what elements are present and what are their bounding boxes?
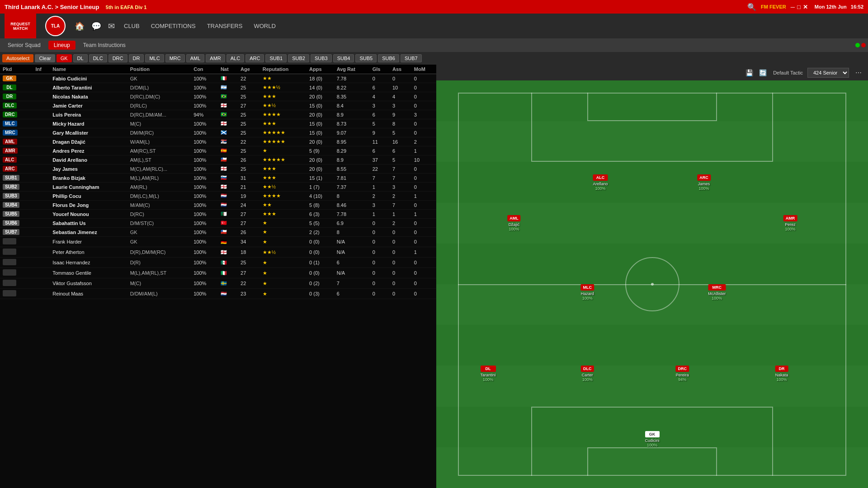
nav-world[interactable]: WORLD — [254, 23, 275, 29]
cell-name[interactable]: Jamie Carter — [50, 101, 127, 110]
col-position: Position — [127, 65, 191, 74]
cell-name[interactable]: Sabahattin Us — [50, 219, 127, 228]
table-row[interactable]: MRC Gary Mcallister DM/M(RC) 100% 🏴󠁧󠁢󠁳󠁣󠁴… — [0, 128, 436, 137]
table-row[interactable]: AML Dragan Džajić W/AM(L) 100% 🇷🇸 22 ★★★… — [0, 137, 436, 146]
player-token-gk[interactable]: GK Cudicini 100% — [645, 431, 659, 447]
table-row[interactable]: DRC Luis Pereira D(RC),DM/AM... 94% 🇧🇷 2… — [0, 110, 436, 119]
more-options-icon[interactable]: ⋯ — [854, 68, 863, 77]
player-token-aml[interactable]: AML Džajić 100% — [507, 215, 521, 231]
cell-name[interactable]: Branko Bizjak — [50, 174, 127, 183]
filter-alc[interactable]: ALC — [226, 54, 244, 62]
filter-aml[interactable]: AML — [186, 54, 205, 62]
tactic-dropdown[interactable]: 424 Senior — [807, 68, 849, 78]
search-icon[interactable]: 🔍 — [747, 3, 756, 11]
filter-dlc[interactable]: DLC — [89, 54, 107, 62]
cell-name[interactable]: David Arellano — [50, 155, 127, 164]
player-token-dlc[interactable]: DLC Carter 100% — [581, 366, 594, 382]
table-row[interactable]: SUB4 Florus De Jong M/AM(C) 100% 🇳🇱 24 ★… — [0, 201, 436, 210]
table-row[interactable]: MLC Micky Hazard M(C) 100% 🏴󠁧󠁢󠁥󠁮󠁧󠁿 25 ★★… — [0, 119, 436, 128]
cell-name[interactable]: Laurie Cunningham — [50, 183, 127, 192]
table-row[interactable]: Isaac Hernandez D(R) 100% 🇲🇽 25 ★ 0 (1) … — [0, 258, 436, 268]
tab-senior-squad[interactable]: Senior Squad — [2, 41, 46, 50]
filter-sub1[interactable]: SUB1 — [265, 54, 287, 62]
cell-name[interactable]: Frank Harder — [50, 237, 127, 247]
filter-mrc[interactable]: MRC — [165, 54, 185, 62]
filter-sub5[interactable]: SUB5 — [355, 54, 377, 62]
table-row[interactable]: DR Nicolas Nakata D(RC),DM(C) 100% 🇧🇷 25… — [0, 92, 436, 101]
filter-drc[interactable]: DRC — [108, 54, 127, 62]
autoselect-button[interactable]: Autoselect — [2, 54, 33, 62]
filter-sub7[interactable]: SUB7 — [401, 54, 422, 62]
table-row[interactable]: Tommaso Gentile M(L),AM(RL),ST 100% 🇮🇹 2… — [0, 268, 436, 278]
table-row[interactable]: DL Alberto Tarantini D/DM(L) 100% 🇦🇷 25 … — [0, 83, 436, 92]
cell-name[interactable]: Luis Pereira — [50, 110, 127, 119]
table-row[interactable]: DLC Jamie Carter D(RLC) 100% 🏴󠁧󠁢󠁥󠁮󠁧󠁿 27 … — [0, 101, 436, 110]
table-row[interactable]: SUB6 Sabahattin Us D/M/ST(C) 100% 🇹🇷 27 … — [0, 219, 436, 228]
cell-name[interactable]: Viktor Gustafsson — [50, 278, 127, 289]
filter-sub6[interactable]: SUB6 — [378, 54, 399, 62]
filter-sub4[interactable]: SUB4 — [333, 54, 354, 62]
cell-name[interactable]: Tommaso Gentile — [50, 268, 127, 278]
home-icon[interactable]: 🏠 — [75, 21, 85, 31]
cell-name[interactable]: Florus De Jong — [50, 201, 127, 210]
filter-sub2[interactable]: SUB2 — [288, 54, 309, 62]
cell-name[interactable]: Peter Atherton — [50, 247, 127, 258]
table-row[interactable]: ALC David Arellano AM(L),ST 100% 🇨🇱 26 ★… — [0, 155, 436, 164]
player-token-drc[interactable]: DRC Pereira 94% — [676, 366, 689, 382]
clear-button[interactable]: Clear — [35, 54, 55, 62]
cell-name[interactable]: Nicolas Nakata — [50, 92, 127, 101]
player-token-alc[interactable]: ALC Arellano 100% — [593, 174, 608, 191]
table-row[interactable]: Frank Harder GK 100% 🇩🇪 34 ★ 0 (0) N/A 0… — [0, 237, 436, 247]
cell-name[interactable]: Phillip Cocu — [50, 192, 127, 201]
filter-sub3[interactable]: SUB3 — [311, 54, 332, 62]
table-row[interactable]: SUB5 Youcef Nounou D(RC) 100% 🇩🇿 27 ★★★ … — [0, 210, 436, 219]
close-btn[interactable]: ✕ — [803, 4, 808, 10]
table-row[interactable]: AMR Andres Perez AM(RC),ST 100% 🇪🇸 25 ★ … — [0, 146, 436, 155]
cell-name[interactable]: Isaac Hernandez — [50, 258, 127, 268]
mail-icon[interactable]: ✉ — [108, 21, 115, 31]
tab-lineup[interactable]: Lineup — [48, 41, 75, 50]
table-row[interactable]: SUB2 Laurie Cunningham AM(RL) 100% 🏴󠁧󠁢󠁥󠁮… — [0, 183, 436, 192]
table-row[interactable]: Reinout Maas D/DM/AM(L) 100% 🇳🇱 23 ★ 0 (… — [0, 289, 436, 299]
table-row[interactable]: GK Fabio Cudicini GK 100% 🇮🇹 22 ★★ 18 (0… — [0, 74, 436, 83]
cell-name[interactable]: Gary Mcallister — [50, 128, 127, 137]
player-token-mrc[interactable]: MRC McAllister 100% — [708, 284, 726, 300]
player-token-arc[interactable]: ARC James 100% — [697, 174, 711, 191]
cell-name[interactable]: Youcef Nounou — [50, 210, 127, 219]
cell-name[interactable]: Sebastian Jimenez — [50, 228, 127, 237]
filter-amr[interactable]: AMR — [206, 54, 225, 62]
cell-name[interactable]: Reinout Maas — [50, 289, 127, 299]
cell-name[interactable]: Fabio Cudicini — [50, 74, 127, 83]
table-row[interactable]: ARC Jay James M(C),AM(RLC)... 100% 🏴󠁧󠁢󠁥󠁮… — [0, 164, 436, 174]
table-row[interactable]: Peter Atherton D(R),DM/M(RC) 100% 🏴󠁧󠁢󠁥󠁮󠁧… — [0, 247, 436, 258]
filter-gk[interactable]: GK — [57, 54, 72, 62]
minimize-btn[interactable]: ─ — [791, 4, 795, 10]
player-token-amr[interactable]: AMR Perez 100% — [783, 215, 797, 231]
player-token-mlc[interactable]: MLC Hazard 100% — [581, 284, 594, 300]
filter-dr[interactable]: DR — [129, 54, 144, 62]
filter-dl[interactable]: DL — [73, 54, 88, 62]
table-row[interactable]: Viktor Gustafsson M(C) 100% 🇸🇪 22 ★ 0 (2… — [0, 278, 436, 289]
nav-transfers[interactable]: TRANSFERS — [207, 23, 243, 29]
table-row[interactable]: SUB7 Sebastian Jimenez GK 100% 🇨🇱 26 ★ 2… — [0, 228, 436, 237]
nav-competitions[interactable]: COMPETITIONS — [151, 23, 196, 29]
nav-club[interactable]: CLUB — [124, 23, 140, 29]
cell-name[interactable]: Micky Hazard — [50, 119, 127, 128]
request-match-button[interactable]: REQUEST MATCH — [5, 14, 36, 38]
cell-name[interactable]: Jay James — [50, 164, 127, 174]
chat-icon[interactable]: 💬 — [91, 21, 101, 31]
table-row[interactable]: SUB1 Branko Bizjak M(L),AM(RL) 100% 🇸🇮 3… — [0, 174, 436, 183]
cell-pkd: SUB5 — [0, 210, 33, 219]
player-token-dr[interactable]: DR Nakata 100% — [775, 366, 788, 382]
tab-team-instructions[interactable]: Team Instructions — [78, 41, 131, 50]
table-row[interactable]: SUB3 Phillip Cocu DM(LC),M(L) 100% 🇳🇱 19… — [0, 192, 436, 201]
cell-name[interactable]: Dragan Džajić — [50, 137, 127, 146]
cell-name[interactable]: Andres Perez — [50, 146, 127, 155]
save-tactic-icon[interactable]: 💾 — [744, 68, 755, 77]
player-token-dl[interactable]: DL Tarantini 100% — [481, 366, 496, 382]
refresh-icon[interactable]: 🔄 — [757, 68, 769, 77]
filter-arc[interactable]: ARC — [245, 54, 264, 62]
cell-name[interactable]: Alberto Tarantini — [50, 83, 127, 92]
maximize-btn[interactable]: □ — [797, 4, 801, 10]
filter-mlc[interactable]: MLC — [145, 54, 164, 62]
